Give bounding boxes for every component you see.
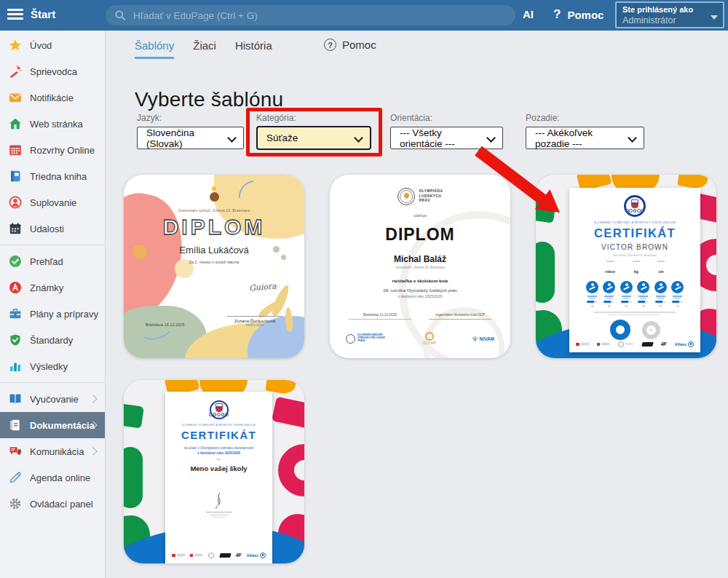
stat: rokov <box>605 261 615 276</box>
document-icon <box>9 419 22 432</box>
pen-icon <box>9 471 22 484</box>
diploma-footer: Bratislava 11.12.2025 organizátor školsk… <box>349 313 491 320</box>
template-card-certifikat-victor[interactable]: SLOVENSKÝ OLYMPIJSKÝ A ŠPORTOVÝ VÝBOR UD… <box>536 175 716 358</box>
sponsor-logos: 4F Allianz <box>576 341 694 348</box>
sponsor-logos: 4F Allianz <box>172 553 266 559</box>
shield-check-icon <box>9 333 22 347</box>
jazyk-select[interactable]: Slovenčina (Slovak) <box>137 127 244 149</box>
sponsor-logo <box>190 553 203 557</box>
sidebar-item-uvod[interactable]: Úvod <box>0 32 105 58</box>
template-card-certifikat-skola[interactable]: SLOVENSKÝ OLYMPIJSKÝ A ŠPORTOVÝ VÝBOR UD… <box>124 380 304 563</box>
sport-icon <box>671 281 684 293</box>
student-name: Michal Baláž <box>394 254 446 264</box>
orientacia-select[interactable]: --- Všetky orientácie --- <box>390 127 503 149</box>
sidebar-item-plany[interactable]: Plány a prípravy <box>0 301 105 327</box>
donut-charts: % <box>610 320 660 340</box>
sidebar-item-agenda[interactable]: Agenda online <box>0 464 105 491</box>
sidebar-item-znamky[interactable]: Známky <box>0 274 105 301</box>
sidebar-item-label: Prehľad <box>30 256 63 267</box>
chevron-down-icon <box>711 15 718 20</box>
hamburger-menu-icon[interactable] <box>7 9 23 21</box>
page-title: Vyberte šablónu <box>135 88 283 111</box>
sidebar-item-web-stranka[interactable]: Web stránka <box>0 111 105 137</box>
sidebar-item-notifikacie[interactable]: Notifikácie <box>0 84 105 111</box>
date-line: Bratislava 16.12.2025 <box>146 322 184 327</box>
olp-logo: OLYMPIÁDA ĽUDSKÝCH PRÁV <box>397 188 443 205</box>
help-button[interactable]: ? Pomoc <box>553 7 604 22</box>
emblem-ring-icon <box>346 334 355 344</box>
logged-in-label: Ste prihlásený ako <box>622 4 717 15</box>
sidebar-item-vyucovanie[interactable]: Vyučovanie <box>0 386 105 412</box>
student-name: Emília Lukáčová <box>179 245 248 256</box>
issuer-line: SLOVENSKÝ OLYMPIJSKÝ A ŠPORTOVÝ VÝBOR UD… <box>182 424 256 427</box>
pozadie-select[interactable]: --- Akékoľvek pozadie --- <box>526 127 644 149</box>
logged-in-user-dropdown[interactable]: Ste prihlásený ako Administrátor <box>615 1 724 28</box>
template-card-diplom-pastel[interactable]: Greenlearn school, Zelená 23, Bratislava… <box>124 175 304 358</box>
chevron-right-icon <box>89 447 97 455</box>
sidebar-item-sprievodca[interactable]: Sprievodca <box>0 58 105 84</box>
sponsor-logo <box>220 553 231 558</box>
diploma-footer: Bratislava 16.12.2025 Zuzana Ďurikovičov… <box>146 316 282 327</box>
percent-row: %%%%%% <box>586 305 684 308</box>
topbar: Štart AI ? Pomoc Ste prihlásený ako Admi… <box>0 0 728 31</box>
signature-line <box>349 319 411 320</box>
sidebar-item-vysledky[interactable]: Výsledky <box>0 353 105 379</box>
decor-shape-green <box>536 197 556 223</box>
sidebar-item-standardy[interactable]: Štandardy <box>0 327 105 353</box>
kategoria-select[interactable]: Súťaže <box>256 126 371 150</box>
chevron-down-icon <box>628 133 637 143</box>
certificate-paper: SLOVENSKÝ OLYMPIJSKÝ A ŠPORTOVÝ VÝBOR UD… <box>165 392 272 563</box>
blue-donut-chart <box>610 320 630 340</box>
sidebar-item-triedna-kniha[interactable]: Triedna kniha <box>0 163 105 189</box>
diploma-content: Greenlearn school, Zelená 23, Bratislava… <box>124 175 304 358</box>
sidebar-divider <box>0 382 105 383</box>
certificate-title: CERTIFIKÁT <box>181 429 256 441</box>
sidebar-item-suplovanie[interactable]: Suplovanie <box>0 189 105 215</box>
grants-line: udeľuje <box>414 213 427 218</box>
score-bars-row <box>586 301 684 303</box>
help-link[interactable]: ? Pomoc <box>324 39 376 51</box>
edupage-window: Štart AI ? Pomoc Ste prihlásený ako Admi… <box>0 0 728 578</box>
student-school: Greenlearn, Zelená 23, Bratislava <box>395 266 444 269</box>
search-input[interactable] <box>132 9 507 22</box>
start-menu-label[interactable]: Štart <box>31 8 55 20</box>
sidebar-item-label: Ovládací panel <box>30 499 93 510</box>
signature-scribble <box>211 491 227 510</box>
sidebar-item-label: Rozvrhy Online <box>30 145 95 156</box>
global-search[interactable] <box>106 5 515 25</box>
sidebar-item-dokumentacia[interactable]: Dokumentácia <box>0 412 105 438</box>
signer-name-bar <box>210 515 229 515</box>
stats-row: rokov kg cm <box>605 261 665 276</box>
decor-shape-crimson <box>272 397 304 429</box>
sidebar-item-label: Agenda online <box>30 472 90 483</box>
tab-historia[interactable]: História <box>235 39 272 59</box>
slovak-shield-icon <box>631 199 638 208</box>
chevron-right-icon <box>89 395 97 403</box>
chevron-down-icon <box>354 133 363 143</box>
star-icon <box>9 39 22 52</box>
sidebar-item-rozvrhy[interactable]: Rozvrhy Online <box>0 137 105 163</box>
ai-button[interactable]: AI <box>523 8 534 20</box>
magic-wand-icon <box>9 65 22 78</box>
sidebar-divider <box>0 245 105 245</box>
participation-line: za účasť v Olympijskom odznaku všestrann… <box>184 446 254 450</box>
signer-role-bar <box>213 517 226 518</box>
tab-sablony[interactable]: Šablóny <box>135 39 174 59</box>
tab-ziaci[interactable]: Žiaci <box>193 39 216 59</box>
decor-shape-green <box>536 242 555 303</box>
sidebar-item-prehlad[interactable]: Prehľad <box>0 248 105 274</box>
class-book-icon <box>9 170 22 183</box>
sidebar-item-ovladaci-panel[interactable]: Ovládací panel <box>0 491 105 517</box>
org-name: OLYMPIÁDA ĽUDSKÝCH PRÁV <box>419 189 443 205</box>
year-line: v školskom roku 2025/2026 <box>398 294 443 298</box>
achievement-line: Za 2. miesto v súťaži klavíra <box>189 260 240 264</box>
sidebar-item-komunikacia[interactable]: Komunikácia <box>0 438 105 464</box>
olympic-committee-badge <box>624 195 646 217</box>
sidebar-item-udalosti[interactable]: Udalosti <box>0 215 105 242</box>
signature-block <box>206 491 232 518</box>
sidebar-item-label: Suplovanie <box>30 197 76 208</box>
recipient-name: VICTOR BROWN <box>601 243 668 251</box>
sidebar-item-label: Sprievodca <box>30 66 77 77</box>
template-card-diplom-olp[interactable]: OLYMPIÁDA ĽUDSKÝCH PRÁV udeľuje DIPLOM M… <box>330 175 510 358</box>
gray-donut-chart: % <box>642 321 660 339</box>
